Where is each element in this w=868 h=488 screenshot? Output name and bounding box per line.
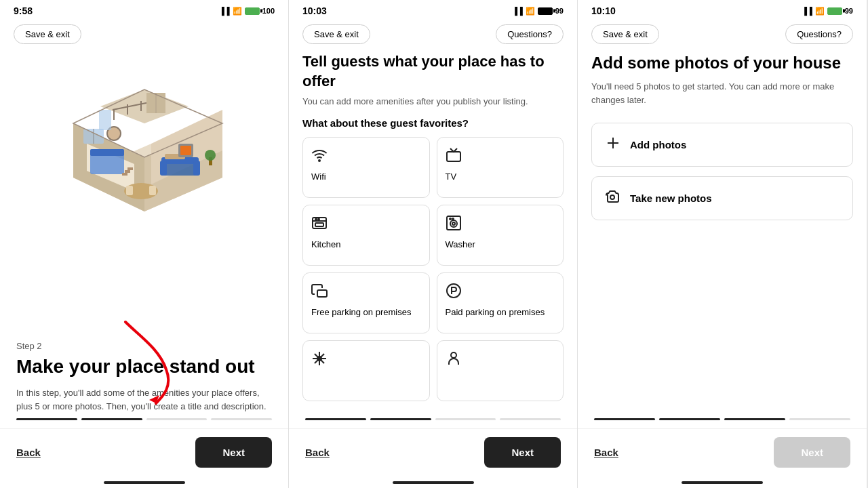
add-photos-label: Add photos — [630, 139, 686, 150]
battery-icon-1 — [245, 7, 260, 15]
svg-rect-22 — [149, 186, 156, 195]
paid-parking-label: Paid parking on premises — [446, 307, 555, 319]
bottom-nav-3: Back Next — [578, 428, 867, 481]
svg-rect-9 — [125, 170, 130, 173]
svg-point-56 — [610, 195, 614, 199]
svg-rect-21 — [126, 186, 133, 195]
washer-amenity-icon — [446, 215, 555, 234]
time-3: 10:10 — [591, 5, 616, 16]
svg-rect-5 — [90, 149, 124, 156]
amenity-ac[interactable] — [302, 340, 430, 401]
svg-rect-8 — [127, 167, 133, 170]
svg-rect-33 — [99, 110, 111, 130]
svg-point-40 — [315, 219, 317, 220]
ac-amenity-icon — [311, 350, 421, 369]
amenity-tv[interactable]: TV — [437, 137, 564, 198]
svg-rect-10 — [122, 173, 127, 176]
screen-2: 10:03 ▐▐ 📶 99 Save & exit Questions? Tel… — [289, 0, 578, 488]
time-1: 9:58 — [14, 5, 33, 16]
progress-1-4 — [211, 418, 272, 420]
wifi-label: Wifi — [311, 171, 421, 183]
home-indicator-1 — [104, 481, 185, 484]
progress-2-3 — [435, 418, 496, 420]
svg-point-46 — [450, 218, 451, 220]
back-btn-2[interactable]: Back — [305, 447, 330, 458]
next-btn-3: Next — [774, 437, 850, 468]
amenity-free-parking[interactable]: Free parking on premises — [302, 272, 430, 333]
save-exit-btn-2[interactable]: Save & exit — [302, 24, 370, 44]
amenity-washer[interactable]: Washer — [437, 205, 564, 266]
bottom-nav-1: Back Next — [0, 428, 288, 481]
amenities-grid: Wifi TV — [302, 137, 564, 401]
screen3-content: Add some photos of your house You'll nee… — [578, 52, 867, 418]
status-bar-3: 10:10 ▐▐ 📶 99 — [578, 0, 867, 19]
status-bar-2: 10:03 ▐▐ 📶 99 — [289, 0, 577, 19]
top-buttons-3: Save & exit Questions? — [578, 19, 867, 52]
amenity-paid-parking[interactable]: Paid parking on premises — [437, 272, 564, 333]
next-btn-1[interactable]: Next — [195, 437, 272, 468]
bottom-nav-2: Back Next — [289, 428, 577, 481]
progress-bars-2 — [289, 418, 577, 420]
status-icons-2: ▐▐ 📶 99 — [512, 7, 564, 16]
favorites-label: What about these guest favorites? — [302, 117, 564, 129]
svg-point-41 — [318, 219, 319, 220]
washer-label: Washer — [446, 239, 555, 251]
progress-1-3 — [146, 418, 208, 420]
wifi-icon-1: 📶 — [233, 7, 242, 16]
status-icons-1: ▐▐ 📶 100 — [219, 7, 275, 16]
questions-btn-2[interactable]: Questions? — [496, 24, 564, 44]
top-buttons-2: Save & exit Questions? — [289, 19, 577, 52]
questions-btn-3[interactable]: Questions? — [785, 24, 853, 44]
wifi-icon-2: 📶 — [526, 7, 535, 16]
battery-label-3: 99 — [845, 7, 853, 15]
progress-2-2 — [370, 418, 431, 420]
amenity-workspace[interactable] — [437, 340, 564, 401]
progress-bars-1 — [0, 418, 288, 420]
status-icons-3: ▐▐ 📶 99 — [802, 7, 853, 16]
svg-rect-15 — [193, 161, 200, 176]
house-illustration-container — [0, 52, 288, 235]
take-photos-option[interactable]: Take new photos — [591, 176, 853, 220]
screen2-title: Tell guests what your place has to offer — [302, 52, 564, 91]
screen-1: 9:58 ▐▐ 📶 100 Save & exit — [0, 0, 289, 488]
free-parking-label: Free parking on premises — [311, 307, 421, 319]
home-indicator-3 — [682, 481, 763, 484]
status-bar-1: 9:58 ▐▐ 📶 100 — [0, 0, 288, 19]
home-indicator-2 — [393, 481, 474, 484]
back-btn-1[interactable]: Back — [16, 447, 41, 458]
svg-point-49 — [319, 296, 320, 298]
signal-icon-2: ▐▐ — [512, 7, 523, 15]
save-exit-btn-3[interactable]: Save & exit — [591, 24, 659, 44]
paid-parking-icon — [446, 283, 555, 302]
progress-2-4 — [500, 418, 561, 420]
battery-icon-2 — [538, 7, 553, 15]
svg-point-45 — [452, 222, 455, 225]
signal-icon-3: ▐▐ — [802, 7, 812, 15]
time-2: 10:03 — [302, 5, 327, 16]
kitchen-label: Kitchen — [311, 239, 421, 251]
back-btn-3[interactable]: Back — [594, 447, 618, 458]
progress-3-2 — [659, 418, 720, 420]
svg-rect-42 — [315, 223, 323, 226]
amenity-wifi[interactable]: Wifi — [302, 137, 430, 198]
screen3-title: Add some photos of your house — [591, 52, 853, 73]
amenity-kitchen[interactable]: Kitchen — [302, 205, 430, 266]
wifi-amenity-icon — [311, 147, 421, 166]
house-svg — [46, 56, 243, 232]
svg-point-50 — [324, 296, 326, 298]
wifi-icon-3: 📶 — [815, 7, 825, 16]
add-photos-option[interactable]: Add photos — [591, 123, 853, 167]
svg-rect-48 — [317, 290, 327, 297]
progress-3-3 — [724, 418, 785, 420]
next-btn-2[interactable]: Next — [484, 437, 561, 468]
progress-bars-3 — [578, 418, 867, 420]
progress-3-4 — [789, 418, 850, 420]
screen2-subtitle: You can add more amenities after you pub… — [302, 96, 564, 106]
svg-point-36 — [319, 160, 320, 161]
progress-1-1 — [16, 418, 77, 420]
svg-rect-24 — [180, 146, 191, 155]
screen-3: 10:10 ▐▐ 📶 99 Save & exit Questions? Add… — [578, 0, 867, 488]
progress-3-1 — [594, 418, 655, 420]
arrow-annotation — [105, 315, 193, 410]
save-exit-btn-1[interactable]: Save & exit — [14, 24, 81, 44]
